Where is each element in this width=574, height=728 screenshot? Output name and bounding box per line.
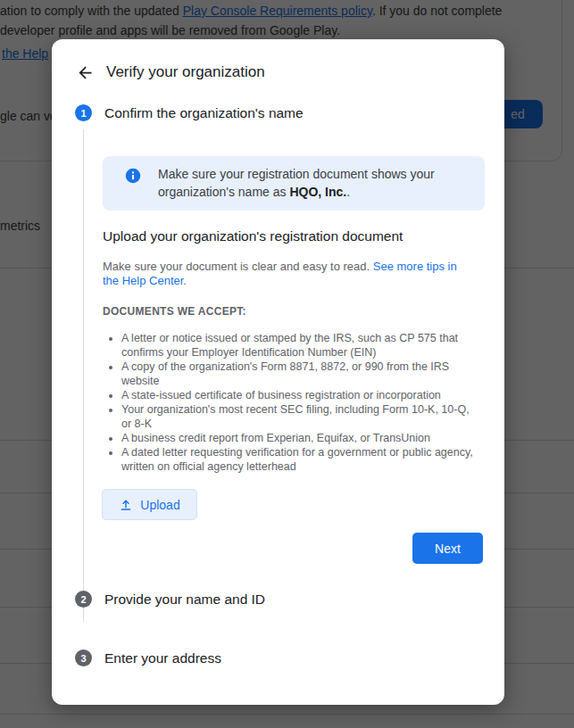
- upload-button[interactable]: Upload: [102, 489, 197, 520]
- step-3-badge: 3: [75, 649, 92, 666]
- upload-button-label: Upload: [140, 498, 179, 512]
- next-button[interactable]: Next: [412, 533, 483, 564]
- document-item: A dated letter requesting verification f…: [121, 445, 475, 474]
- document-item: A copy of the organization's Form 8871, …: [121, 360, 475, 388]
- dialog-title: Verify your organization: [106, 63, 265, 81]
- step-1-header: 1 Confirm the organization's name: [75, 104, 304, 121]
- step-1-badge: 1: [75, 104, 92, 121]
- info-banner: Make sure your registration document sho…: [103, 156, 485, 211]
- back-button[interactable]: [71, 59, 98, 86]
- step-1-label: Confirm the organization's name: [104, 105, 304, 121]
- info-icon: [125, 168, 141, 184]
- upload-subtext: Make sure your document is clear and eas…: [103, 260, 470, 288]
- document-item: A state-issued certificate of business r…: [121, 388, 475, 402]
- arrow-left-icon: [76, 63, 95, 82]
- step-3-label: Enter your address: [104, 650, 221, 666]
- upload-subtext-plain: Make sure your document is clear and eas…: [103, 260, 373, 273]
- document-item: A letter or notice issued or stamped by …: [121, 331, 475, 360]
- step-3-header: 3 Enter your address: [75, 649, 221, 666]
- verify-organization-dialog: Verify your organization 1 Confirm the o…: [52, 39, 504, 705]
- document-item: A business credit report from Experian, …: [121, 431, 475, 445]
- step-2-badge: 2: [75, 591, 92, 608]
- accepted-documents-list: A letter or notice issued or stamped by …: [107, 331, 475, 474]
- info-banner-text: Make sure your registration document sho…: [158, 165, 472, 201]
- documents-we-accept-heading: DOCUMENTS WE ACCEPT:: [103, 305, 246, 318]
- upload-section-heading: Upload your organization's registration …: [103, 228, 403, 244]
- document-item: Your organization's most recent SEC fili…: [121, 402, 475, 431]
- info-text-after: .: [346, 185, 350, 199]
- upload-subtext-end: .: [183, 274, 187, 287]
- upload-icon: [119, 498, 133, 512]
- stepper-connector-line: [83, 129, 84, 622]
- organization-name: HQO, Inc.: [289, 185, 346, 199]
- step-2-header: 2 Provide your name and ID: [75, 591, 265, 608]
- step-2-label: Provide your name and ID: [104, 592, 265, 608]
